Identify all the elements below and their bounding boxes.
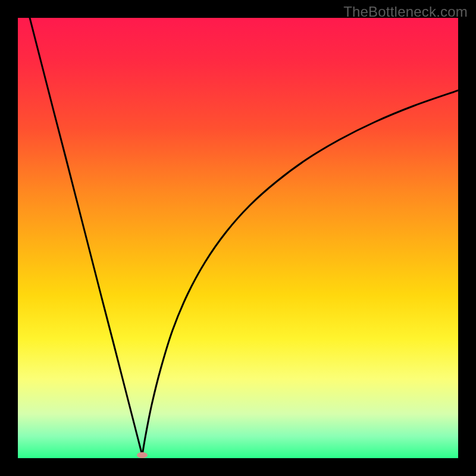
- curve-left-branch: [30, 18, 142, 455]
- curve-layer: [18, 18, 458, 458]
- curve-right-branch: [142, 90, 458, 455]
- chart-frame: TheBottleneck.com: [0, 0, 476, 476]
- plot-area: [18, 18, 458, 458]
- cusp-marker: [137, 452, 148, 458]
